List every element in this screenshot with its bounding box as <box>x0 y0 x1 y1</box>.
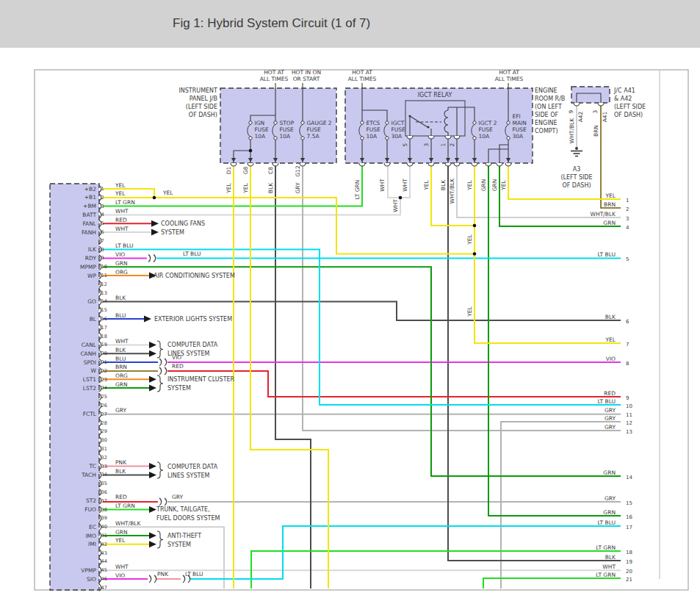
svg-text:37: 37 <box>101 498 107 504</box>
svg-text:GRN: GRN <box>603 509 616 516</box>
svg-text:MPMP: MPMP <box>80 264 96 270</box>
svg-text:RED: RED <box>115 494 127 500</box>
svg-text:SYSTEM: SYSTEM <box>167 541 191 548</box>
svg-text:23: 23 <box>101 377 107 383</box>
svg-text:VPMP: VPMP <box>81 567 96 574</box>
svg-text:D1: D1 <box>225 166 232 174</box>
svg-text:6: 6 <box>101 229 104 235</box>
svg-text:40: 40 <box>101 524 107 530</box>
svg-text:ILK: ILK <box>88 246 97 253</box>
svg-text:LT GRN: LT GRN <box>596 544 616 551</box>
svg-text:15: 15 <box>626 500 632 506</box>
svg-text:1: 1 <box>440 143 447 146</box>
svg-text:FANL: FANL <box>82 220 96 227</box>
svg-text:11: 11 <box>101 273 107 278</box>
svg-text:GRY: GRY <box>605 495 616 502</box>
junction-dots <box>153 149 477 256</box>
svg-text:LST1: LST1 <box>83 376 97 383</box>
svg-text:OF DASH): OF DASH) <box>562 182 591 189</box>
svg-text:FUSE: FUSE <box>255 126 270 133</box>
svg-text:LT BLU: LT BLU <box>115 242 134 249</box>
svg-text:STOP: STOP <box>280 120 295 126</box>
svg-text:BL: BL <box>90 316 97 323</box>
svg-text:BRN: BRN <box>604 201 616 208</box>
right-pins: YEL1BRN2WHT/BLK3GRN4LT BLU5BLK6YEL7VIO8R… <box>591 192 633 583</box>
svg-text:BLK: BLK <box>267 182 274 193</box>
svg-text:5: 5 <box>626 256 629 262</box>
svg-text:COMPUTER DATA: COMPUTER DATA <box>167 464 218 470</box>
svg-text:W: W <box>91 367 97 374</box>
svg-text:& A42: & A42 <box>614 96 632 102</box>
svg-text:FUSE: FUSE <box>367 126 381 133</box>
svg-text:GAUGE 2: GAUGE 2 <box>307 120 332 126</box>
svg-text:BRN: BRN <box>115 364 127 370</box>
svg-text:TC: TC <box>89 463 96 469</box>
svg-text:ETCS: ETCS <box>367 120 380 126</box>
svg-text:12: 12 <box>626 420 632 426</box>
svg-text:BLK: BLK <box>115 347 126 353</box>
svg-text:FUO: FUO <box>84 506 96 513</box>
svg-text:GRN: GRN <box>603 469 616 476</box>
svg-text:GRY: GRY <box>115 407 127 414</box>
svg-text:WHT: WHT <box>602 564 616 570</box>
svg-text:SYSTEM: SYSTEM <box>167 385 191 392</box>
svg-text:YEL: YEL <box>423 179 430 190</box>
svg-text:31: 31 <box>101 446 107 452</box>
svg-text:41: 41 <box>101 533 107 539</box>
svg-text:20: 20 <box>626 569 632 575</box>
svg-text:YEL: YEL <box>162 190 173 196</box>
svg-text:26: 26 <box>101 403 107 409</box>
svg-text:46: 46 <box>101 576 107 582</box>
svg-text:IGCT RELAY: IGCT RELAY <box>418 92 452 98</box>
svg-text:LT BLU: LT BLU <box>597 519 616 526</box>
svg-text:G12: G12 <box>295 165 301 177</box>
svg-text:VIO: VIO <box>606 356 616 362</box>
svg-text:BRN: BRN <box>593 125 599 137</box>
svg-text:MAIN: MAIN <box>513 120 527 126</box>
svg-text:LINES SYSTEM: LINES SYSTEM <box>167 350 209 357</box>
svg-text:+B2: +B2 <box>84 186 96 192</box>
svg-text:YEL: YEL <box>115 182 126 189</box>
svg-text:WHT/BLK: WHT/BLK <box>591 211 616 217</box>
svg-text:18: 18 <box>101 334 107 339</box>
svg-text:14: 14 <box>626 475 632 481</box>
svg-text:OR START: OR START <box>293 76 320 82</box>
svg-text:WHT: WHT <box>392 199 399 212</box>
svg-text:36: 36 <box>101 489 107 495</box>
svg-text:ROOM R/B: ROOM R/B <box>535 96 565 102</box>
svg-text:EC: EC <box>89 524 96 530</box>
svg-text:10A: 10A <box>479 133 491 140</box>
system-destinations: COOLING FANSSYSTEMAIR CONDITIONING SYSTE… <box>144 220 235 548</box>
svg-text:GRY: GRY <box>172 494 184 500</box>
svg-text:CANH: CANH <box>80 350 96 357</box>
svg-text:25: 25 <box>101 394 107 400</box>
svg-text:GRY: GRY <box>295 182 301 194</box>
svg-text:ALL TIMES: ALL TIMES <box>348 76 377 82</box>
svg-text:11: 11 <box>626 412 632 418</box>
svg-text:YEL: YEL <box>115 190 126 197</box>
svg-text:IGCT 2: IGCT 2 <box>479 120 497 126</box>
svg-text:3: 3 <box>423 143 430 146</box>
svg-text:BLK: BLK <box>115 295 126 301</box>
svg-text:BLK: BLK <box>605 314 616 320</box>
svg-text:LT BLU: LT BLU <box>185 571 203 577</box>
feed-labels: HOT ATALL TIMESHOT IN ONOR STARTHOT ATAL… <box>260 69 524 82</box>
svg-text:GO: GO <box>87 298 96 305</box>
svg-text:ENGINE: ENGINE <box>535 87 558 94</box>
svg-text:LT BLU: LT BLU <box>597 251 616 258</box>
svg-text:24: 24 <box>101 385 107 391</box>
svg-text:SPDI: SPDI <box>84 359 96 366</box>
svg-text:45: 45 <box>101 567 107 573</box>
svg-text:YEL: YEL <box>605 192 616 199</box>
svg-text:LT GRN: LT GRN <box>115 503 135 509</box>
svg-text:LINES SYSTEM: LINES SYSTEM <box>167 472 209 479</box>
svg-text:SIDE OF: SIDE OF <box>535 112 558 118</box>
svg-text:HOT IN ON: HOT IN ON <box>292 69 321 76</box>
svg-text:15: 15 <box>101 307 107 313</box>
svg-text:WHT: WHT <box>115 226 129 232</box>
svg-text:19: 19 <box>626 559 632 565</box>
svg-text:10: 10 <box>626 403 632 409</box>
svg-text:IMO: IMO <box>85 533 96 539</box>
svg-text:13: 13 <box>101 290 107 296</box>
svg-text:5: 5 <box>402 143 408 146</box>
